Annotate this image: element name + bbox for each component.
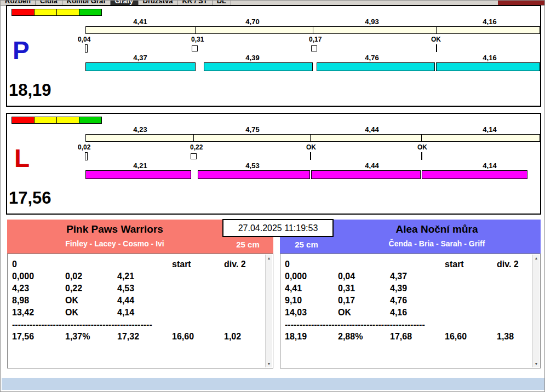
cell: 4,23 [12, 283, 65, 295]
tab-cidla[interactable]: Čidla [36, 1, 62, 5]
timeline-divider [313, 27, 313, 33]
cell: 18,19 [285, 331, 338, 343]
table-totals-row: 18,19 2,88% 17,68 16,60 1,38 [285, 331, 529, 343]
vertical-scrollbar[interactable]: ▲ ▼ [532, 255, 540, 367]
cell: 0,000 [285, 270, 338, 283]
run-bar-segment [85, 62, 196, 71]
cell: start [172, 258, 224, 270]
scroll-down-icon[interactable]: ▼ [266, 360, 272, 367]
split-time-2: 4,70 [245, 18, 259, 26]
cell: 0,000 [12, 270, 65, 283]
cell: 4,37 [390, 270, 445, 283]
split-time-3: 4,93 [365, 18, 378, 26]
scroll-down-icon[interactable]: ▼ [533, 360, 540, 367]
table-content: 0 start div. 2 0,000 0,04 4,37 4,41 0,31… [285, 258, 529, 343]
cross-time-4: OK [431, 36, 441, 43]
cell: 17,32 [117, 331, 172, 343]
tab-kr-st[interactable]: KR / ST [177, 1, 212, 5]
run-bar-segment [198, 170, 310, 179]
cell: 0,22 [65, 283, 117, 295]
lane-letter: P [13, 38, 30, 63]
run-time-3: 4,76 [365, 54, 378, 62]
split-time-4: 4,16 [483, 18, 496, 26]
light-yellow-2 [56, 9, 79, 16]
cell: 2,88% [338, 331, 390, 343]
crossing-marker-line [310, 152, 311, 160]
cell: 14,03 [285, 307, 338, 319]
crossing-marker-rect [85, 44, 88, 53]
cell: OK [338, 307, 390, 319]
cell: OK [65, 295, 117, 307]
cell [117, 258, 172, 270]
right-team-table: 0 start div. 2 0,000 0,04 4,37 4,41 0,31… [280, 253, 541, 368]
run-time-2: 4,53 [245, 162, 259, 170]
cell: div. 2 [497, 258, 529, 270]
tab-kombi-graf[interactable]: Kombi Graf [62, 1, 111, 5]
cell: 4,53 [117, 283, 172, 295]
crossing-marker-rect [85, 152, 88, 160]
light-green [79, 9, 102, 16]
right-team-name: Alea Noční můra [333, 223, 541, 235]
cross-time-2: 0,22 [190, 143, 203, 151]
cell: 4,16 [390, 307, 445, 319]
traffic-lights [12, 9, 102, 16]
cell: 0 [12, 258, 65, 270]
run-time-3: 4,44 [365, 162, 378, 170]
crossing-marker-square [192, 45, 198, 51]
lane-panel-l: 4,23 4,75 4,44 4,14 0,02 0,22 OK OK 4,21… [6, 113, 541, 215]
left-team-category: 25 cm [222, 240, 273, 249]
table-row: 0,000 0,02 4,21 [12, 270, 262, 283]
cell: 8,98 [12, 295, 65, 307]
table-row: 8,98 OK 4,44 [12, 295, 262, 307]
timestamp: 27.04.2025 11:19:53 [222, 219, 334, 237]
cell: 0,04 [338, 270, 390, 283]
timeline-divider [193, 135, 194, 141]
tab-grafy[interactable]: Grafy [111, 1, 139, 5]
lane-panel-p: 4,41 4,70 4,93 4,16 0,04 0,31 0,17 OK 4,… [6, 5, 541, 107]
cell: 4,41 [285, 283, 338, 295]
scroll-up-icon[interactable]: ▲ [266, 255, 272, 262]
timeline-divider [310, 135, 311, 141]
cell: 4,44 [117, 295, 172, 307]
split-time-1: 4,41 [133, 18, 147, 26]
cross-time-3: OK [306, 143, 316, 151]
cell: 0 [285, 258, 338, 270]
timeline-divider [421, 135, 422, 141]
cell: 16,60 [172, 331, 224, 343]
tab-rozbeh[interactable]: Rozběh [1, 1, 36, 5]
table-row: 4,23 0,22 4,53 [12, 283, 262, 295]
left-team-members: Finley - Lacey - Cosmo - Ivi [7, 239, 222, 248]
cell: 17,56 [12, 331, 65, 343]
cell: 4,14 [117, 307, 172, 319]
cross-time-4: OK [417, 143, 427, 151]
split-timeline-bar [85, 134, 540, 142]
vertical-scrollbar[interactable]: ▲ ▼ [265, 255, 272, 367]
cross-time-2: 0,31 [191, 36, 204, 43]
cell: start [445, 258, 497, 270]
cell: 13,42 [12, 307, 65, 319]
crossing-marker-line [421, 152, 422, 160]
cell: 0,02 [65, 270, 117, 283]
light-yellow-2 [56, 117, 79, 124]
run-bar-segment [204, 62, 313, 71]
scroll-up-icon[interactable]: ▲ [533, 255, 540, 262]
run-bar-segment [436, 62, 540, 71]
crossing-marker-square [191, 153, 197, 159]
split-timeline-bar [85, 26, 540, 34]
timeline-divider [436, 27, 437, 33]
cell: div. 2 [224, 258, 262, 270]
cell: 9,10 [285, 295, 338, 307]
app-window: Rozběh Čidla Kombi Graf Grafy Družstva K… [0, 0, 545, 392]
run-time-1: 4,21 [133, 162, 147, 170]
tab-dl[interactable]: DL [213, 1, 231, 5]
traffic-lights [12, 117, 102, 124]
run-bar-segment [311, 170, 421, 179]
light-green [79, 117, 102, 124]
lane-total: 18,19 [9, 80, 51, 100]
cell: 4,76 [390, 295, 445, 307]
cell [65, 258, 117, 270]
table-row: 14,03 OK 4,16 [285, 307, 529, 319]
crossing-marker-line [436, 44, 437, 52]
run-time-1: 4,37 [133, 54, 147, 62]
tab-druzstva[interactable]: Družstva [139, 1, 178, 5]
